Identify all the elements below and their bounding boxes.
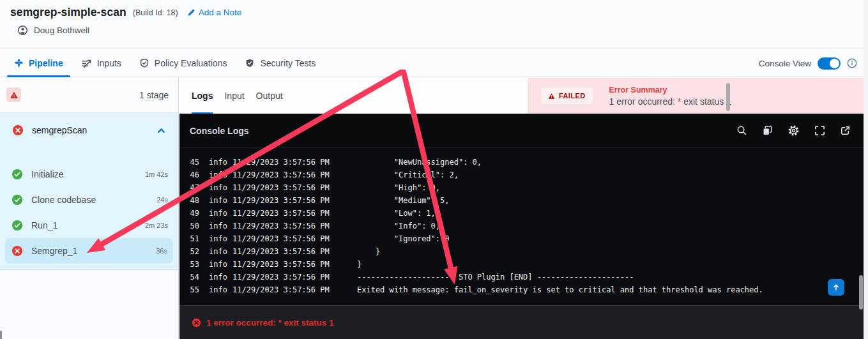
page-header: semgrep-simple-scan (Build Id: 18) Add a… xyxy=(0,0,868,49)
tab-inputs-label: Inputs xyxy=(97,58,121,68)
stage-semgrepscan[interactable]: semgrepScan xyxy=(0,113,178,147)
log-tabs: Logs Input Output xyxy=(192,77,283,114)
console-view-toggle[interactable] xyxy=(818,57,841,70)
log-timestamp: 11/29/2023 3:57:56 PM xyxy=(232,207,330,220)
console-scrollbar[interactable] xyxy=(859,275,863,310)
log-message: "Ignored": 0 xyxy=(357,232,450,245)
tab-inputs[interactable]: Inputs xyxy=(81,50,121,77)
tab-security-tests-label: Security Tests xyxy=(260,58,316,68)
fullscreen-icon[interactable] xyxy=(814,125,825,136)
execution-sidebar: 1 stage semgrepScan Initialize 1m 42s xyxy=(0,77,179,339)
log-timestamp: 11/29/2023 3:57:56 PM xyxy=(232,271,330,283)
log-line: 48 info 11/29/2023 3:57:56 PM "Medium": … xyxy=(188,194,864,207)
success-circle-icon xyxy=(11,169,23,180)
chevron-up-icon xyxy=(156,126,166,135)
title-row: semgrep-simple-scan (Build Id: 18) Add a… xyxy=(0,0,868,19)
stage-count-label: 1 stage xyxy=(139,90,169,100)
tab-logs[interactable]: Logs xyxy=(192,77,213,114)
tab-policy-evaluations[interactable]: Policy Evaluations xyxy=(139,50,227,77)
add-note-button[interactable]: Add a Note xyxy=(187,8,242,17)
page-title: semgrep-simple-scan xyxy=(10,6,126,19)
log-message: } xyxy=(357,245,380,258)
log-line-number: 48 xyxy=(188,194,199,207)
user-row: Doug Bothwell xyxy=(0,25,868,36)
log-line: 53 info 11/29/2023 3:57:56 PM } xyxy=(188,258,864,271)
console-header: Console Logs xyxy=(179,114,864,148)
pencil-icon xyxy=(187,8,195,17)
info-icon[interactable] xyxy=(847,58,857,68)
log-line: 52 info 11/29/2023 3:57:56 PM } xyxy=(188,245,864,258)
log-line-number: 55 xyxy=(188,283,199,296)
console-logs-title: Console Logs xyxy=(190,126,249,136)
log-line-number: 52 xyxy=(188,245,199,258)
corner-scrollbar-fragment xyxy=(0,331,2,339)
tab-input[interactable]: Input xyxy=(224,77,244,114)
log-timestamp: 11/29/2023 3:57:56 PM xyxy=(232,156,330,169)
log-line-number: 54 xyxy=(188,271,199,283)
console-log-lines[interactable]: 45 info 11/29/2023 3:57:56 PM "NewUnassi… xyxy=(179,148,864,305)
step-initialize[interactable]: Initialize 1m 42s xyxy=(0,162,178,187)
log-message: "Low": 1, xyxy=(357,207,436,220)
log-line-number: 45 xyxy=(188,156,199,169)
step-name: Clone codebase xyxy=(31,195,96,205)
failed-status-badge: FAILED xyxy=(541,87,593,104)
log-message: "High": 0, xyxy=(357,181,440,194)
log-timestamp: 11/29/2023 3:57:56 PM xyxy=(232,232,330,245)
step-run-1[interactable]: Run_1 2m 23s xyxy=(0,213,178,238)
step-clone-codebase[interactable]: Clone codebase 24s xyxy=(0,187,178,213)
settings-icon[interactable] xyxy=(788,124,800,137)
log-message: Exited with message: fail_on_severity is… xyxy=(357,283,763,296)
success-circle-icon xyxy=(11,194,23,206)
step-name: Run_1 xyxy=(31,220,57,230)
stage-count-row: 1 stage xyxy=(0,77,178,113)
error-summary-scrollbar[interactable] xyxy=(726,83,730,111)
tab-security-tests[interactable]: Security Tests xyxy=(245,50,316,77)
log-line: 50 info 11/29/2023 3:57:56 PM "Info": 0, xyxy=(188,220,864,232)
log-timestamp: 11/29/2023 3:57:56 PM xyxy=(232,258,330,271)
scroll-to-top-button[interactable] xyxy=(828,279,844,296)
step-duration: 1m 42s xyxy=(145,170,168,178)
tab-policy-evaluations-label: Policy Evaluations xyxy=(155,58,227,68)
log-level: info xyxy=(209,169,228,181)
console-toolbar xyxy=(736,124,853,137)
nav-tabs: Pipeline Inputs Policy Evaluations Secur… xyxy=(0,50,316,77)
log-line-number: 46 xyxy=(188,169,199,181)
step-list: Initialize 1m 42s Clone codebase 24s Run… xyxy=(0,147,178,264)
log-level: info xyxy=(209,232,228,245)
step-duration: 24s xyxy=(156,196,168,204)
error-circle-icon xyxy=(12,124,24,136)
failed-badge-label: FAILED xyxy=(559,92,586,100)
add-note-label: Add a Note xyxy=(199,8,242,17)
log-line: 47 info 11/29/2023 3:57:56 PM "High": 0, xyxy=(188,181,864,194)
log-line-number: 49 xyxy=(188,207,199,220)
tab-input-label: Input xyxy=(224,91,244,101)
user-name: Doug Bothwell xyxy=(34,26,89,35)
step-semgrep-1[interactable]: Semgrep_1 36s xyxy=(5,238,173,264)
log-timestamp: 11/29/2023 3:57:56 PM xyxy=(232,283,330,296)
log-line-number: 47 xyxy=(188,181,199,194)
open-in-new-icon[interactable] xyxy=(840,125,851,136)
log-timestamp: 11/29/2023 3:57:56 PM xyxy=(232,194,330,207)
step-duration: 2m 23s xyxy=(145,222,168,229)
tab-pipeline[interactable]: Pipeline xyxy=(14,50,63,77)
search-icon[interactable] xyxy=(736,125,747,136)
log-line: 45 info 11/29/2023 3:57:56 PM "NewUnassi… xyxy=(188,156,864,169)
shield-check-filled-icon xyxy=(245,58,255,68)
log-level: info xyxy=(209,283,228,296)
error-circle-icon xyxy=(192,318,201,328)
avatar-icon xyxy=(17,25,28,36)
log-line: 49 info 11/29/2023 3:57:56 PM "Low": 1, xyxy=(188,207,864,220)
console-view-control: Console View xyxy=(759,50,868,77)
log-message: "Medium": 5, xyxy=(357,194,450,207)
console-error-footer: 1 error occurred: * exit status 1 xyxy=(179,305,864,339)
success-circle-icon xyxy=(11,220,23,231)
log-timestamp: 11/29/2023 3:57:56 PM xyxy=(232,181,330,194)
tab-output[interactable]: Output xyxy=(256,77,283,114)
log-level: info xyxy=(209,245,228,258)
log-level: info xyxy=(209,220,228,232)
toggle-knob xyxy=(830,59,839,68)
app: semgrep-simple-scan (Build Id: 18) Add a… xyxy=(0,0,868,339)
copy-icon[interactable] xyxy=(762,125,773,136)
log-line: 46 info 11/29/2023 3:57:56 PM "Critical"… xyxy=(188,169,864,181)
build-id: (Build Id: 18) xyxy=(133,8,178,17)
